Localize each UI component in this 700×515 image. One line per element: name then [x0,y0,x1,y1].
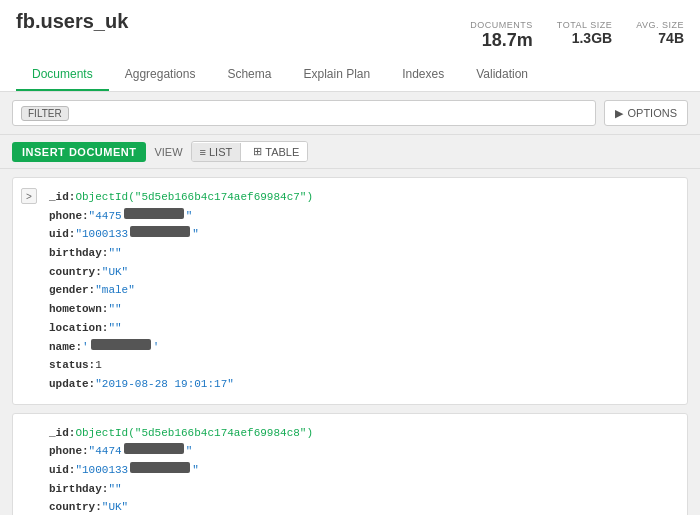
filter-bar: FILTER [12,100,596,126]
field-hometown-1: hometown: "" [49,300,675,319]
name-redacted-1 [91,339,151,350]
total-size-label: TOTAL SIZE [557,20,612,30]
field-name-1: name: '' [49,338,675,357]
doc-content-1: _id: ObjectId("5d5eb166b4c174aef69984c7"… [25,188,675,394]
insert-document-button[interactable]: INSERT DOCUMENT [12,142,146,162]
tab-bar: Documents Aggregations Schema Explain Pl… [16,59,684,91]
document-card-1: > _id: ObjectId("5d5eb166b4c174aef69984c… [12,177,688,405]
tab-indexes[interactable]: Indexes [386,59,460,91]
view-toggle: ≡ LIST ⊞ TABLE [191,141,309,162]
app-container: fb.users_uk DOCUMENTS 18.7m TOTAL SIZE 1… [0,0,700,515]
tab-documents[interactable]: Documents [16,59,109,91]
table-icon: ⊞ [253,145,262,158]
phone-redacted-2 [124,443,184,454]
field-update-1: update: "2019-08-28 19:01:17" [49,375,675,394]
uid-redacted-1 [130,226,190,237]
expand-button-1[interactable]: > [21,188,37,204]
list-icon: ≡ [200,146,206,158]
field-uid-2: uid: "1000133" [49,461,675,480]
field-birthday-2: birthday: "" [49,480,675,499]
phone-redacted-1 [124,208,184,219]
filter-input-wrap[interactable]: FILTER [12,100,596,126]
tab-explain-plan[interactable]: Explain Plan [287,59,386,91]
options-arrow-icon: ▶ [615,107,623,120]
avg-size-label: AVG. SIZE [636,20,684,30]
expand-icon-1: > [26,191,32,202]
filter-toolbar: FILTER ▶ OPTIONS [0,92,700,135]
field-id-2: _id: ObjectId("5d5eb166b4c174aef69984c8"… [49,424,675,443]
header: fb.users_uk DOCUMENTS 18.7m TOTAL SIZE 1… [0,0,700,92]
total-size-stat: TOTAL SIZE 1.3GB [557,20,612,46]
tab-schema[interactable]: Schema [211,59,287,91]
documents-value: 18.7m [482,30,533,51]
uid-redacted-2 [130,462,190,473]
options-button[interactable]: ▶ OPTIONS [604,100,688,126]
field-status-1: status: 1 [49,356,675,375]
field-birthday-1: birthday: "" [49,244,675,263]
action-bar: INSERT DOCUMENT VIEW ≡ LIST ⊞ TABLE [0,135,700,169]
field-country-1: country: "UK" [49,263,675,282]
field-gender-1: gender: "male" [49,281,675,300]
filter-tag: FILTER [21,106,69,121]
field-phone-1: phone: "4475" [49,207,675,226]
field-phone-2: phone: "4474" [49,442,675,461]
collection-name: fb.users_uk [16,10,128,33]
field-location-1: location: "" [49,319,675,338]
document-card-2: _id: ObjectId("5d5eb166b4c174aef69984c8"… [12,413,688,515]
field-uid-1: uid: "1000133" [49,225,675,244]
view-label: VIEW [154,146,182,158]
documents-area: > _id: ObjectId("5d5eb166b4c174aef69984c… [0,169,700,515]
total-size-value: 1.3GB [572,30,612,46]
header-top: fb.users_uk DOCUMENTS 18.7m TOTAL SIZE 1… [16,10,684,51]
list-view-button[interactable]: ≡ LIST [192,143,242,161]
doc-content-2: _id: ObjectId("5d5eb166b4c174aef69984c8"… [25,424,675,515]
stats-area: DOCUMENTS 18.7m TOTAL SIZE 1.3GB AVG. SI… [470,20,684,51]
avg-size-value: 74B [658,30,684,46]
avg-size-stat: AVG. SIZE 74B [636,20,684,46]
field-country-2: country: "UK" [49,498,675,515]
table-view-button[interactable]: ⊞ TABLE [245,142,307,161]
documents-label: DOCUMENTS [470,20,533,30]
field-id-1: _id: ObjectId("5d5eb166b4c174aef69984c7"… [49,188,675,207]
documents-stat: DOCUMENTS 18.7m [470,20,533,51]
filter-input[interactable] [73,107,588,119]
tab-validation[interactable]: Validation [460,59,544,91]
tab-aggregations[interactable]: Aggregations [109,59,212,91]
